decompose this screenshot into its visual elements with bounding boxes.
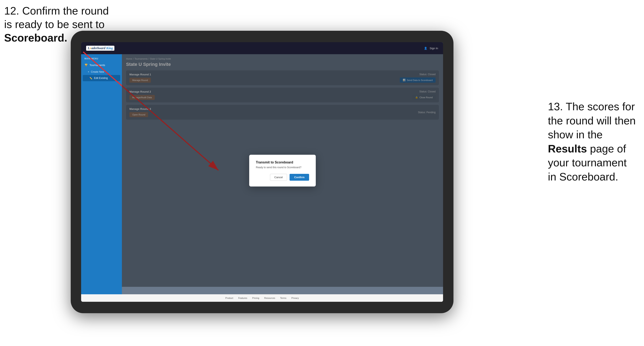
modal-subtitle: Ready to send this round to Scoreboard?	[256, 166, 309, 169]
plus-icon: +	[88, 70, 89, 73]
edit-icon: ✏️	[90, 77, 92, 80]
nav-right: 👤 Sign In	[424, 47, 438, 50]
logo: Leaderboard King	[88, 46, 113, 50]
footer-features[interactable]: Features	[238, 297, 247, 299]
annotation-right: 13. The scores for the round will then s…	[548, 100, 636, 184]
create-new-label: Create New	[91, 70, 104, 73]
annotation-line1: 12. Confirm the round	[4, 5, 109, 17]
sidebar-item-tournaments[interactable]: 🏆 Tournaments	[81, 61, 122, 69]
tablet-screen: Leaderboard King 👤 Sign In MAIN MENU 🏆 T…	[81, 42, 443, 302]
footer-product[interactable]: Product	[225, 297, 233, 299]
navbar: Leaderboard King 👤 Sign In	[81, 42, 443, 54]
menu-label: MAIN MENU	[81, 57, 122, 61]
footer-terms[interactable]: Terms	[280, 297, 286, 299]
footer-privacy[interactable]: Privacy	[292, 297, 299, 299]
screen-footer: Product Features Pricing Resources Terms…	[81, 294, 443, 302]
tournaments-label: Tournaments	[90, 64, 105, 67]
user-icon: 👤	[424, 47, 427, 50]
annotation-results-bold: Results	[548, 143, 587, 155]
modal-overlay: Transmit to Scoreboard Ready to send thi…	[122, 54, 443, 287]
logo-container: Leaderboard King	[86, 46, 114, 51]
content-area: Home / Tournaments / State U Spring Invi…	[122, 54, 443, 294]
edit-existing-label: Edit Existing	[94, 77, 108, 80]
modal-title: Transmit to Scoreboard	[256, 161, 309, 164]
signin-label[interactable]: Sign In	[430, 47, 438, 50]
annotation-bold: Scoreboard.	[4, 32, 67, 44]
trophy-icon: 🏆	[84, 64, 88, 67]
transmit-modal: Transmit to Scoreboard Ready to send thi…	[249, 155, 316, 186]
footer-resources[interactable]: Resources	[264, 297, 275, 299]
main-layout: MAIN MENU 🏆 Tournaments + Create New ✏️ …	[81, 54, 443, 294]
tablet-device: Leaderboard King 👤 Sign In MAIN MENU 🏆 T…	[71, 31, 454, 313]
annotation-right-text: 13. The scores for the round will then s…	[548, 101, 636, 183]
sidebar-item-edit-existing[interactable]: ✏️ Edit Existing	[83, 75, 120, 81]
annotation-line2: is ready to be sent to	[4, 18, 105, 30]
annotation-top: 12. Confirm the round is ready to be sen…	[4, 4, 109, 45]
modal-buttons: Cancel Confirm	[256, 174, 309, 181]
sidebar-item-create-new[interactable]: + Create New	[81, 69, 122, 75]
confirm-button[interactable]: Confirm	[290, 174, 309, 181]
cancel-button[interactable]: Cancel	[270, 174, 287, 181]
sidebar: MAIN MENU 🏆 Tournaments + Create New ✏️ …	[81, 54, 122, 294]
footer-pricing[interactable]: Pricing	[252, 297, 260, 299]
